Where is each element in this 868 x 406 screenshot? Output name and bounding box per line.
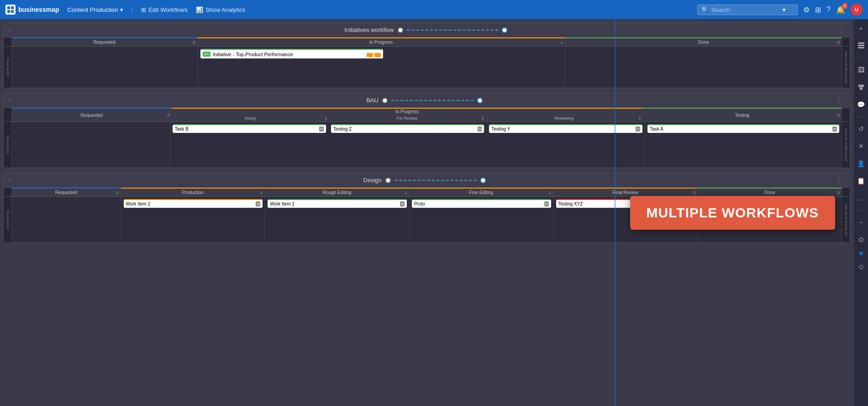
sidebar-dot-indicator [859,252,863,255]
sidebar-group-icon[interactable] [856,82,867,93]
bau-reviewing-subheader: Reviewing 1 [486,115,642,121]
task-a-label: Task A [650,127,663,132]
design-backlog-label: (0) Backlog [5,211,10,229]
bau-reviewing-count: 1 [639,116,641,121]
search-input[interactable] [711,6,780,13]
sidebar-cut-icon[interactable]: ✕ [856,141,867,152]
task-a-card[interactable]: Task A N [647,124,839,133]
testing-z-label: Testing Z [333,127,352,132]
sidebar-dot-empty-icon[interactable] [856,262,867,273]
sidebar-bullet-icon[interactable] [856,234,867,245]
task-a-badge: N [832,127,837,132]
user-avatar[interactable]: U [851,4,863,16]
initiative-dot-2 [374,53,381,57]
bau-inprogress-group: In Progress Doing 1 For Review 1 [172,108,642,121]
brand-logo[interactable]: businessmap [5,5,59,15]
bau-testing-col-header: Testing 0 [643,108,842,121]
design-backlog-left[interactable]: (0) Backlog [4,197,12,243]
initiatives-backlog-right-label: (0) Ready to archive [844,51,848,84]
bau-col-requested-header: Requested 0 [12,108,172,121]
sidebar-chat-icon[interactable]: 💬 [856,99,867,110]
search-box[interactable]: 🔍 ▾ [697,5,798,15]
svg-rect-0 [7,6,10,9]
sidebar-user-add-icon[interactable]: 👤 [856,158,867,169]
bau-requested-label: Requested [81,113,103,118]
design-backlog-right[interactable]: (0) Ready to archive [842,197,850,243]
bau-doing-count: 1 [325,116,327,121]
grid-icon[interactable]: ⊞ [815,5,821,14]
svg-point-10 [859,238,863,242]
initiatives-inprogress-label: In Progress [369,40,393,45]
edit-workflows-button[interactable]: ⊞ Edit Workflows [141,6,188,13]
bau-backlog-left[interactable]: (0) Backlog [4,122,12,168]
bau-inprogress-subheaders: Doing 1 For Review 1 Reviewing 1 [172,115,642,121]
nav-separator: | [132,6,133,13]
sidebar-doc-icon[interactable]: 📋 [856,175,867,186]
initiatives-backlog-toggle[interactable]: ○ [8,27,14,33]
sidebar-refresh-icon[interactable]: ↺ [856,123,867,134]
bau-workflow-title: BAU [366,97,379,104]
sidebar-layers-icon[interactable] [856,40,867,51]
sidebar-zoom-in-icon[interactable]: + [856,23,867,34]
svg-point-7 [858,84,861,87]
multiple-workflows-overlay: MULTIPLE WORKFLOWS [630,196,835,230]
testing-y-card[interactable]: Testing Y N [489,124,642,133]
initiatives-backlog-right[interactable]: (0) Ready to archive [842,47,850,88]
sidebar-sep-3 [857,210,866,211]
sidebar-more-icon[interactable]: … [856,193,867,204]
proto-card[interactable]: Proto N [412,199,551,208]
testing-xyz-label: Testing XYZ [558,201,583,206]
initiative-card-1-content: 0% Initiative - Top-Product Performance [203,52,293,57]
testing-y-badge: N [636,127,640,132]
sidebar-image-icon[interactable]: 🖼 [856,64,867,75]
initiatives-done-count: 0 [837,40,840,45]
design-wf-line [395,180,477,181]
svg-point-11 [859,265,863,269]
search-icon: 🔍 [701,6,709,13]
initiatives-requested-count: 0 [193,40,195,45]
initiative-card-1[interactable]: 0% Initiative - Top-Product Performance [200,49,383,58]
app-name-dropdown[interactable]: Content Production ▾ [67,6,123,13]
settings-icon[interactable]: ⚙ [803,5,810,14]
bau-wf-node [382,98,388,103]
design-workflow-header: ○ Design ⋮ [4,173,850,188]
design-fine-label: Fine Editing [469,190,493,195]
show-analytics-label: Show Analytics [205,6,245,13]
help-icon[interactable]: ? [826,5,831,14]
notifications-bell[interactable]: 🔔 2 [836,5,845,14]
initiative-color-dots [367,53,381,57]
bau-backlog-toggle[interactable]: ○ [8,98,14,103]
work-item-2-label: Work Item 2 [126,201,151,206]
bau-reviewing-label: Reviewing [555,116,574,121]
bau-wf-end-node [477,98,483,103]
initiatives-col-headers: Requested 0 In Progress 1 Done 0 [4,37,850,47]
task-b-card[interactable]: Task B N [173,124,326,133]
svg-rect-3 [11,10,14,13]
testing-z-card[interactable]: Testing Z N [331,124,484,133]
show-analytics-button[interactable]: 📊 Show Analytics [196,6,245,13]
initiatives-wf-line [407,30,498,31]
design-final-count: 0 [693,190,695,195]
design-rough-col: Work Item 1 N [265,197,410,243]
bau-more-button[interactable]: ⋮ [835,96,842,105]
design-more-button[interactable]: ⋮ [835,176,842,185]
initiatives-more-button[interactable]: ⋮ [838,26,845,34]
initiative-pct-badge: 0% [203,52,211,57]
bau-workflow-header: ○ BAU ⋮ [4,93,850,108]
bau-backlog-right[interactable]: (0) Ready to archive [842,122,850,168]
right-sidebar: + 🖼 💬 ↺ ✕ 👤 📋 … − [853,19,868,406]
bau-testing-col: Task A N [645,122,842,168]
work-item-2-card[interactable]: Work Item 2 N [124,199,263,208]
sidebar-zoom-out-icon[interactable]: − [856,217,867,228]
sidebar-sep-2 [857,116,866,117]
search-chevron-icon: ▾ [783,6,786,13]
svg-rect-5 [858,45,864,46]
design-done-count: 0 [837,190,840,195]
work-item-1-card[interactable]: Work Item 1 N [268,199,407,208]
bau-inprogress-group-label: In Progress [172,109,642,115]
bau-wf-line [391,100,473,101]
design-backlog-toggle[interactable]: ○ [8,178,14,183]
design-backlog-spacer [4,188,12,196]
bau-doing-label: Doing [245,116,256,121]
initiatives-backlog-left[interactable]: (0) Backlog [4,47,12,88]
